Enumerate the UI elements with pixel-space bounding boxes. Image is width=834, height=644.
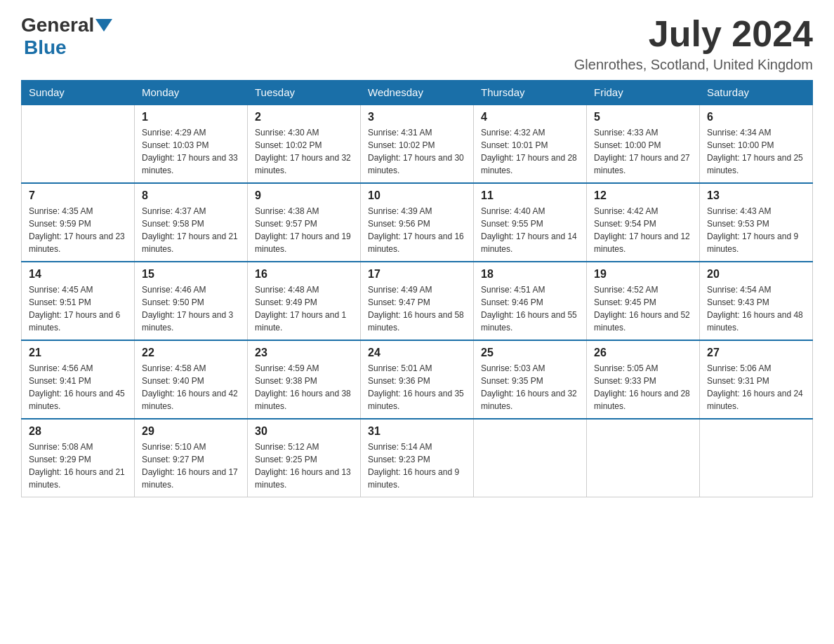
day-detail: Sunrise: 5:06 AMSunset: 9:31 PMDaylight:… <box>707 362 805 412</box>
calendar-week-row: 21Sunrise: 4:56 AMSunset: 9:41 PMDayligh… <box>22 340 813 419</box>
day-detail: Sunrise: 4:49 AMSunset: 9:47 PMDaylight:… <box>368 283 466 334</box>
day-number: 12 <box>594 189 692 202</box>
calendar-day-cell <box>700 419 813 497</box>
calendar-day-cell: 21Sunrise: 4:56 AMSunset: 9:41 PMDayligh… <box>22 340 135 419</box>
day-number: 17 <box>368 268 466 281</box>
day-detail: Sunrise: 5:10 AMSunset: 9:27 PMDaylight:… <box>142 441 240 491</box>
calendar-day-cell <box>587 419 700 497</box>
calendar-week-row: 7Sunrise: 4:35 AMSunset: 9:59 PMDaylight… <box>22 183 813 262</box>
day-detail: Sunrise: 4:40 AMSunset: 9:55 PMDaylight:… <box>481 205 579 255</box>
calendar-day-cell: 25Sunrise: 5:03 AMSunset: 9:35 PMDayligh… <box>474 340 587 419</box>
day-number: 6 <box>707 111 805 123</box>
day-number: 29 <box>142 425 240 438</box>
day-detail: Sunrise: 4:45 AMSunset: 9:51 PMDaylight:… <box>29 283 127 334</box>
page-header: General Blue July 2024 Glenrothes, Scotl… <box>21 14 813 73</box>
calendar-day-cell: 27Sunrise: 5:06 AMSunset: 9:31 PMDayligh… <box>700 340 813 419</box>
day-detail: Sunrise: 4:42 AMSunset: 9:54 PMDaylight:… <box>594 205 692 255</box>
calendar-day-cell: 13Sunrise: 4:43 AMSunset: 9:53 PMDayligh… <box>700 183 813 262</box>
day-number: 9 <box>255 189 353 202</box>
day-detail: Sunrise: 4:35 AMSunset: 9:59 PMDaylight:… <box>29 205 127 255</box>
calendar-day-cell: 22Sunrise: 4:58 AMSunset: 9:40 PMDayligh… <box>135 340 248 419</box>
day-number: 11 <box>481 189 579 202</box>
day-number: 28 <box>29 425 127 438</box>
day-number: 23 <box>255 347 353 359</box>
day-detail: Sunrise: 4:48 AMSunset: 9:49 PMDaylight:… <box>255 283 353 334</box>
calendar-day-cell: 17Sunrise: 4:49 AMSunset: 9:47 PMDayligh… <box>361 262 474 340</box>
calendar-day-cell: 9Sunrise: 4:38 AMSunset: 9:57 PMDaylight… <box>248 183 361 262</box>
day-of-week-header: Saturday <box>700 81 813 105</box>
logo-blue-text: Blue <box>24 36 67 58</box>
day-number: 24 <box>368 347 466 359</box>
month-title: July 2024 <box>574 14 813 54</box>
logo-triangle-icon <box>95 19 112 32</box>
calendar-day-cell: 28Sunrise: 5:08 AMSunset: 9:29 PMDayligh… <box>22 419 135 497</box>
calendar-day-cell: 11Sunrise: 4:40 AMSunset: 9:55 PMDayligh… <box>474 183 587 262</box>
calendar-day-cell: 29Sunrise: 5:10 AMSunset: 9:27 PMDayligh… <box>135 419 248 497</box>
logo: General Blue <box>21 14 114 59</box>
day-number: 14 <box>29 268 127 281</box>
day-detail: Sunrise: 4:37 AMSunset: 9:58 PMDaylight:… <box>142 205 240 255</box>
title-block: July 2024 Glenrothes, Scotland, United K… <box>574 14 813 73</box>
day-detail: Sunrise: 4:46 AMSunset: 9:50 PMDaylight:… <box>142 283 240 334</box>
calendar-day-cell: 7Sunrise: 4:35 AMSunset: 9:59 PMDaylight… <box>22 183 135 262</box>
calendar-day-cell: 14Sunrise: 4:45 AMSunset: 9:51 PMDayligh… <box>22 262 135 340</box>
day-number: 26 <box>594 347 692 359</box>
day-number: 27 <box>707 347 805 359</box>
day-detail: Sunrise: 4:30 AMSunset: 10:02 PMDaylight… <box>255 126 353 177</box>
calendar-header-row: SundayMondayTuesdayWednesdayThursdayFrid… <box>22 81 813 105</box>
day-of-week-header: Friday <box>587 81 700 105</box>
day-of-week-header: Monday <box>135 81 248 105</box>
day-number: 1 <box>142 111 240 123</box>
day-number: 25 <box>481 347 579 359</box>
calendar-week-row: 14Sunrise: 4:45 AMSunset: 9:51 PMDayligh… <box>22 262 813 340</box>
day-number: 2 <box>255 111 353 123</box>
day-number: 5 <box>594 111 692 123</box>
calendar-day-cell: 10Sunrise: 4:39 AMSunset: 9:56 PMDayligh… <box>361 183 474 262</box>
day-number: 22 <box>142 347 240 359</box>
day-detail: Sunrise: 4:52 AMSunset: 9:45 PMDaylight:… <box>594 283 692 334</box>
day-number: 7 <box>29 189 127 202</box>
day-number: 19 <box>594 268 692 281</box>
day-detail: Sunrise: 4:51 AMSunset: 9:46 PMDaylight:… <box>481 283 579 334</box>
calendar-table: SundayMondayTuesdayWednesdayThursdayFrid… <box>21 80 813 497</box>
day-detail: Sunrise: 4:29 AMSunset: 10:03 PMDaylight… <box>142 126 240 177</box>
calendar-day-cell: 8Sunrise: 4:37 AMSunset: 9:58 PMDaylight… <box>135 183 248 262</box>
calendar-week-row: 1Sunrise: 4:29 AMSunset: 10:03 PMDayligh… <box>22 105 813 183</box>
day-number: 30 <box>255 425 353 438</box>
calendar-day-cell <box>22 105 135 183</box>
day-number: 8 <box>142 189 240 202</box>
calendar-day-cell: 20Sunrise: 4:54 AMSunset: 9:43 PMDayligh… <box>700 262 813 340</box>
day-of-week-header: Tuesday <box>248 81 361 105</box>
day-detail: Sunrise: 4:34 AMSunset: 10:00 PMDaylight… <box>707 126 805 177</box>
calendar-day-cell: 4Sunrise: 4:32 AMSunset: 10:01 PMDayligh… <box>474 105 587 183</box>
day-detail: Sunrise: 4:39 AMSunset: 9:56 PMDaylight:… <box>368 205 466 255</box>
day-detail: Sunrise: 5:08 AMSunset: 9:29 PMDaylight:… <box>29 441 127 491</box>
calendar-day-cell: 26Sunrise: 5:05 AMSunset: 9:33 PMDayligh… <box>587 340 700 419</box>
day-detail: Sunrise: 4:31 AMSunset: 10:02 PMDaylight… <box>368 126 466 177</box>
day-detail: Sunrise: 4:58 AMSunset: 9:40 PMDaylight:… <box>142 362 240 412</box>
calendar-day-cell: 19Sunrise: 4:52 AMSunset: 9:45 PMDayligh… <box>587 262 700 340</box>
day-of-week-header: Thursday <box>474 81 587 105</box>
day-number: 16 <box>255 268 353 281</box>
day-number: 4 <box>481 111 579 123</box>
day-number: 13 <box>707 189 805 202</box>
calendar-week-row: 28Sunrise: 5:08 AMSunset: 9:29 PMDayligh… <box>22 419 813 497</box>
calendar-day-cell: 3Sunrise: 4:31 AMSunset: 10:02 PMDayligh… <box>361 105 474 183</box>
day-detail: Sunrise: 4:59 AMSunset: 9:38 PMDaylight:… <box>255 362 353 412</box>
day-number: 20 <box>707 268 805 281</box>
calendar-day-cell: 30Sunrise: 5:12 AMSunset: 9:25 PMDayligh… <box>248 419 361 497</box>
location-text: Glenrothes, Scotland, United Kingdom <box>574 57 813 73</box>
day-number: 10 <box>368 189 466 202</box>
calendar-day-cell <box>474 419 587 497</box>
calendar-day-cell: 6Sunrise: 4:34 AMSunset: 10:00 PMDayligh… <box>700 105 813 183</box>
calendar-day-cell: 23Sunrise: 4:59 AMSunset: 9:38 PMDayligh… <box>248 340 361 419</box>
day-detail: Sunrise: 4:38 AMSunset: 9:57 PMDaylight:… <box>255 205 353 255</box>
calendar-day-cell: 31Sunrise: 5:14 AMSunset: 9:23 PMDayligh… <box>361 419 474 497</box>
day-detail: Sunrise: 5:03 AMSunset: 9:35 PMDaylight:… <box>481 362 579 412</box>
day-detail: Sunrise: 4:43 AMSunset: 9:53 PMDaylight:… <box>707 205 805 255</box>
calendar-day-cell: 15Sunrise: 4:46 AMSunset: 9:50 PMDayligh… <box>135 262 248 340</box>
day-detail: Sunrise: 4:56 AMSunset: 9:41 PMDaylight:… <box>29 362 127 412</box>
day-detail: Sunrise: 5:01 AMSunset: 9:36 PMDaylight:… <box>368 362 466 412</box>
day-number: 15 <box>142 268 240 281</box>
calendar-day-cell: 5Sunrise: 4:33 AMSunset: 10:00 PMDayligh… <box>587 105 700 183</box>
